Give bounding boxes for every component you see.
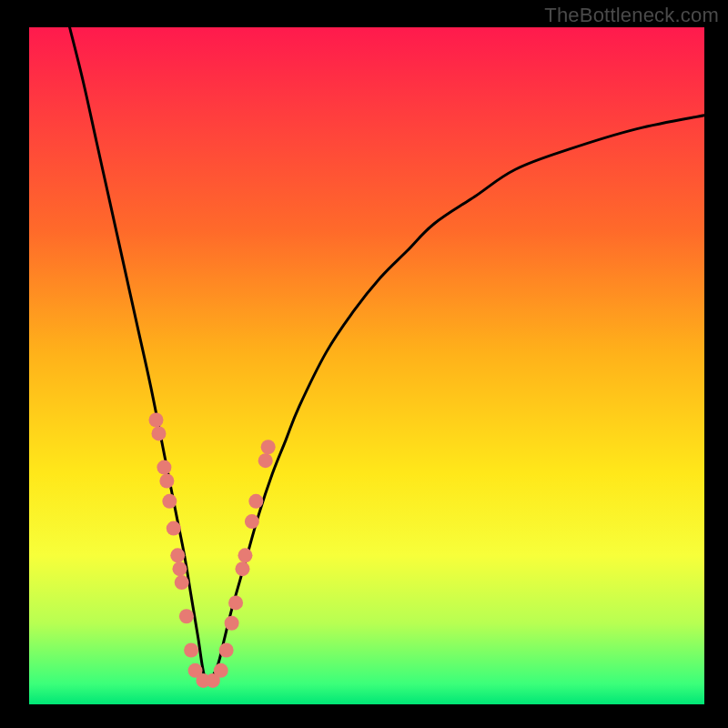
data-point — [151, 426, 166, 440]
data-point — [184, 642, 198, 657]
data-point — [214, 663, 228, 678]
data-point — [179, 609, 194, 623]
data-point — [148, 413, 163, 428]
chart-svg — [0, 0, 728, 728]
data-point — [157, 460, 171, 475]
data-point — [167, 521, 181, 536]
data-point — [245, 514, 259, 529]
data-point — [172, 561, 187, 576]
data-point — [228, 595, 243, 610]
data-point — [225, 616, 239, 631]
data-point — [175, 575, 189, 590]
data-point — [219, 642, 234, 657]
data-point — [238, 548, 252, 562]
chart-frame: TheBottleneck.com — [0, 0, 728, 728]
data-point — [258, 453, 273, 468]
data-point — [162, 494, 177, 509]
data-point — [248, 494, 263, 509]
data-point — [261, 440, 276, 454]
data-point — [170, 548, 185, 562]
bottleneck-curve — [70, 27, 704, 681]
data-point — [235, 561, 249, 576]
data-point — [159, 473, 174, 488]
